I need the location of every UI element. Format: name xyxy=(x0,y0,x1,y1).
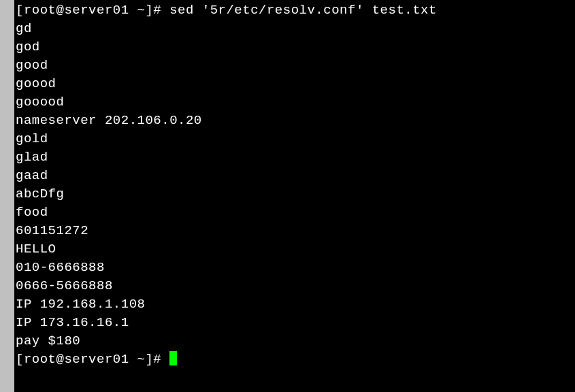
output-line: good xyxy=(14,56,575,75)
output-line: IP 173.16.16.1 xyxy=(14,314,575,332)
terminal-window[interactable]: [root@server01 ~]# sed '5r/etc/resolv.co… xyxy=(14,0,575,392)
prompt-line: [root@server01 ~]# xyxy=(14,350,575,369)
output-line: gold xyxy=(14,130,575,148)
output-line: gooood xyxy=(14,93,575,112)
command-text: sed '5r/etc/resolv.conf' test.txt xyxy=(169,3,437,18)
cursor-icon xyxy=(169,351,177,365)
output-line: 601151272 xyxy=(14,222,575,240)
output-line: 0666-5666888 xyxy=(14,277,575,295)
output-line: IP 192.168.1.108 xyxy=(14,295,575,314)
output-line: HELLO xyxy=(14,240,575,259)
output-line: nameserver 202.106.0.20 xyxy=(14,112,575,130)
output-line: abcDfg xyxy=(14,185,575,203)
output-line: 010-6666888 xyxy=(14,259,575,277)
output-line: gaad xyxy=(14,167,575,185)
shell-prompt: [root@server01 ~]# xyxy=(16,352,169,367)
output-line: goood xyxy=(14,75,575,93)
output-line: food xyxy=(14,203,575,222)
command-line: [root@server01 ~]# sed '5r/etc/resolv.co… xyxy=(14,1,575,20)
shell-prompt: [root@server01 ~]# xyxy=(16,3,169,18)
output-line: gd xyxy=(14,20,575,38)
output-line: pay $180 xyxy=(14,332,575,350)
output-line: god xyxy=(14,38,575,56)
output-line: glad xyxy=(14,148,575,167)
